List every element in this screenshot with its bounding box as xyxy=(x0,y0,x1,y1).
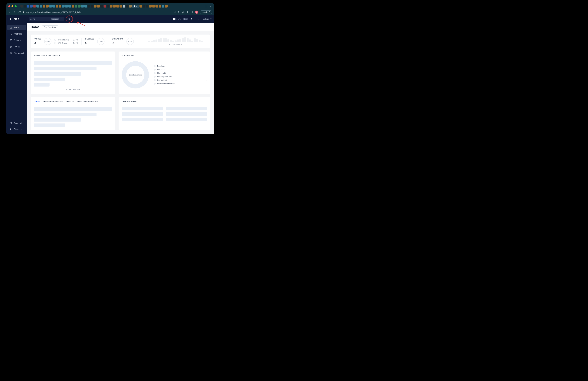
legend-item: Rate limit- xyxy=(154,65,207,67)
legend-item: Max height- xyxy=(154,72,207,74)
browser-tab[interactable] xyxy=(62,5,64,7)
toggle-switch[interactable] xyxy=(173,18,177,20)
back-button[interactable] xyxy=(8,11,12,14)
svg-rect-11 xyxy=(10,53,12,54)
sidebar-item-schema[interactable]: Schema xyxy=(7,37,26,43)
window-minimize-icon[interactable] xyxy=(12,5,13,7)
browser-tab[interactable] xyxy=(68,5,71,7)
browser-tab[interactable] xyxy=(91,5,93,7)
org-selector[interactable]: TestOrg xyxy=(202,18,211,20)
browser-tab[interactable] xyxy=(100,5,103,7)
top-errors-legend: Rate limit- Max depth- Max height- Max r… xyxy=(154,65,207,85)
browser-tab[interactable] xyxy=(43,5,45,7)
sidebar-item-slack[interactable]: Slack xyxy=(7,126,26,132)
browser-tab[interactable] xyxy=(24,5,26,7)
tab-users[interactable]: USERS xyxy=(34,100,40,104)
forward-button[interactable] xyxy=(13,11,16,14)
browser-tab[interactable] xyxy=(30,5,33,7)
browser-tab[interactable] xyxy=(81,5,84,7)
browser-tab[interactable] xyxy=(49,5,52,7)
browser-tab[interactable] xyxy=(116,5,119,7)
browser-tab[interactable] xyxy=(113,5,116,7)
sidepanel-icon[interactable] xyxy=(191,11,193,14)
home-icon xyxy=(10,26,12,29)
panel-title: LATEST ERRORS xyxy=(122,100,207,104)
browser-tab[interactable] xyxy=(152,5,155,7)
browser-tab[interactable] xyxy=(140,5,142,7)
tab-clients[interactable]: CLIENTS xyxy=(66,100,74,104)
sidebar-item-home[interactable]: Home xyxy=(7,25,26,30)
skeleton-bar xyxy=(122,112,163,116)
browser-tab[interactable] xyxy=(149,5,152,7)
stats-summary: PASSED 0 0.00% Without Errors 0 / 0% xyxy=(31,35,210,48)
date-range-selector[interactable]: • Past 1 Day xyxy=(42,25,59,29)
browser-tab[interactable] xyxy=(110,5,112,7)
stat-exceptions-title: EXCEPTIONS xyxy=(112,38,124,40)
browser-tab[interactable] xyxy=(46,5,49,7)
tab-clients-with-errors[interactable]: CLIENTS WITH ERRORS xyxy=(77,100,98,104)
browser-tab[interactable] xyxy=(155,5,158,7)
svg-rect-1 xyxy=(191,11,193,13)
bookmark-icon[interactable] xyxy=(182,11,185,14)
stat-without-errors: Without Errors 0 / 0% xyxy=(54,39,78,41)
browser-tab[interactable] xyxy=(72,5,74,7)
tab-list: ✕ xyxy=(21,5,203,8)
browser-tab[interactable] xyxy=(162,5,164,7)
share-icon[interactable] xyxy=(177,11,180,14)
browser-tab[interactable] xyxy=(87,5,90,7)
browser-tab[interactable] xyxy=(146,5,148,7)
browser-tab[interactable] xyxy=(59,5,61,7)
stat-passed-percent: 0.00% xyxy=(44,38,51,45)
browser-tab[interactable] xyxy=(94,5,97,7)
caret-down-icon xyxy=(210,18,211,20)
history-icon[interactable] xyxy=(196,18,199,21)
update-button[interactable]: Update ⋮ xyxy=(200,10,212,14)
browser-tab[interactable] xyxy=(52,5,55,7)
sidebar-item-analytics[interactable]: Analytics xyxy=(7,31,26,37)
install-icon[interactable] xyxy=(173,11,176,14)
browser-tab[interactable] xyxy=(159,5,161,7)
browser-tab[interactable] xyxy=(120,5,122,7)
reload-button[interactable] xyxy=(18,11,21,14)
extensions-icon[interactable] xyxy=(186,11,189,14)
service-selector[interactable]: demo starwars xyxy=(29,17,64,22)
tab-users-with-errors[interactable]: USERS WITH ERRORS xyxy=(43,100,63,104)
browser-tab[interactable] xyxy=(84,5,87,7)
window-maximize-icon[interactable] xyxy=(15,5,17,7)
brand-logo[interactable]: inigo xyxy=(9,18,27,21)
browser-tab[interactable] xyxy=(165,5,168,7)
browser-tab[interactable] xyxy=(123,5,125,7)
browser-tab[interactable] xyxy=(97,5,100,7)
browser-tab[interactable] xyxy=(78,5,81,7)
browser-tab[interactable] xyxy=(21,5,23,7)
refresh-icon[interactable] xyxy=(191,18,194,21)
browser-tab[interactable] xyxy=(33,5,36,7)
browser-tab[interactable] xyxy=(75,5,77,7)
svg-point-13 xyxy=(11,53,12,53)
browser-tab[interactable] xyxy=(56,5,58,7)
browser-tab[interactable] xyxy=(126,5,128,7)
service-name: demo xyxy=(30,18,35,20)
browser-tab[interactable] xyxy=(107,5,109,7)
beta-badge: Beta xyxy=(183,18,188,20)
slack-icon xyxy=(10,128,12,131)
window-close-icon[interactable] xyxy=(8,5,10,7)
settings-button[interactable] xyxy=(66,16,72,22)
browser-tab[interactable] xyxy=(143,5,145,7)
sidebar-item-config[interactable]: Config xyxy=(7,44,26,50)
browser-tab[interactable] xyxy=(65,5,68,7)
new-tab-button[interactable]: + xyxy=(205,5,208,8)
live-toggle[interactable]: Live Beta xyxy=(173,18,188,20)
browser-tab[interactable] xyxy=(129,5,132,7)
browser-tab[interactable] xyxy=(27,5,29,7)
browser-tab[interactable] xyxy=(36,5,39,7)
browser-tab-active[interactable]: ✕ xyxy=(132,5,139,8)
sidebar-item-docs[interactable]: Docs xyxy=(7,120,26,126)
profile-avatar[interactable]: S xyxy=(195,11,198,14)
sidebar-item-playground[interactable]: Playground xyxy=(7,50,26,56)
close-icon[interactable]: ✕ xyxy=(136,5,138,7)
address-bar[interactable]: app.inigo.io/?service=26&observedAt_GTEQ… xyxy=(23,11,171,13)
browser-tab[interactable] xyxy=(104,5,106,7)
browser-tab[interactable] xyxy=(40,5,42,7)
tab-overflow-button[interactable] xyxy=(209,5,212,8)
